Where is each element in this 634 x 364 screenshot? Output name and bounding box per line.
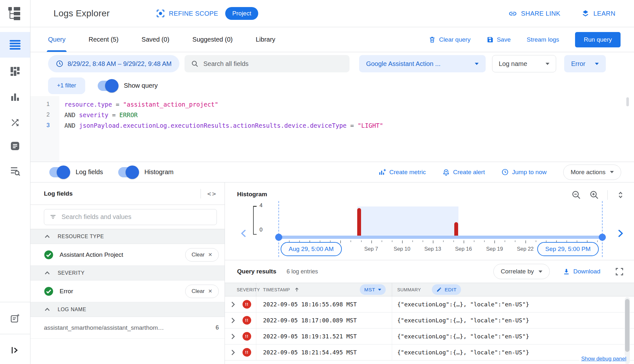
range-start-handle[interactable]	[275, 234, 282, 241]
section-header-log-name[interactable]: LOG NAME	[30, 302, 225, 317]
tab-query[interactable]: Query	[48, 27, 65, 52]
search-all-fields[interactable]	[185, 55, 350, 72]
log-entry-row[interactable]: !!2022-09-05 18:16:55.698 MST{"execution…	[225, 296, 634, 312]
open-side-panel-button[interactable]	[0, 341, 30, 359]
nav-log-storage[interactable]	[0, 137, 30, 155]
refine-scope-label: REFINE SCOPE	[169, 10, 218, 17]
show-debug-panel-link[interactable]: Show debug panel	[579, 356, 626, 362]
field-value-row[interactable]: ErrorClear✕	[30, 280, 225, 302]
section-header-resource-type[interactable]: RESOURCE TYPE	[30, 229, 225, 244]
bar-chart-icon	[10, 92, 20, 102]
log-fields-toggle[interactable]	[49, 166, 70, 179]
code-brackets-icon[interactable]: <>	[207, 190, 217, 198]
query-code-text[interactable]: AND jsonPayload.executionLog.executionRe…	[59, 122, 383, 129]
create-alert-button[interactable]: Create alert	[442, 168, 485, 176]
pan-left-icon[interactable]	[239, 229, 249, 238]
pan-right-icon[interactable]	[615, 229, 625, 238]
expand-chevron-icon[interactable]	[231, 301, 235, 308]
sort-ascending-icon[interactable]	[294, 287, 300, 293]
results-scrollbar[interactable]	[625, 297, 630, 364]
create-metric-label: Create metric	[389, 169, 426, 176]
histogram-selection[interactable]	[357, 206, 458, 237]
search-all-fields-input[interactable]	[203, 60, 343, 68]
time-range-picker[interactable]: 8/29/22, 8:48 AM – 9/29/22, 9:48 AM	[48, 55, 179, 72]
log-entry-row[interactable]: !!2022-09-05 18:21:54.495 MST{"execution…	[225, 344, 634, 360]
summary-label: SUMMARY	[397, 287, 421, 292]
clear-query-button[interactable]: Clear query	[429, 36, 470, 44]
section-header-severity[interactable]: SEVERITY	[30, 266, 225, 280]
log-entry-row[interactable]: !!2022-09-05 18:17:00.089 MST{"execution…	[225, 312, 634, 328]
correlate-by-button[interactable]: Correlate by	[493, 264, 550, 279]
field-value-row[interactable]: Assistant Action ProjectClear✕	[30, 244, 225, 266]
zoom-out-icon[interactable]	[572, 190, 581, 200]
tab-suggested[interactable]: Suggested (0)	[193, 27, 233, 52]
show-query-toggle[interactable]	[97, 79, 119, 93]
timeline-band[interactable]	[279, 236, 602, 239]
clear-filter-button[interactable]: Clear✕	[185, 248, 219, 262]
zoom-in-icon[interactable]	[589, 190, 599, 200]
histogram-toggle[interactable]	[118, 166, 139, 179]
field-value-row[interactable]: assistant_smarthome/assistant_smarthom…6	[30, 317, 225, 339]
axis-tick	[536, 240, 536, 242]
jump-to-now-label: Jump to now	[512, 169, 547, 176]
query-code-text[interactable]: resource.type = "assistant_action_projec…	[59, 101, 218, 108]
expand-chevron-icon[interactable]	[231, 349, 235, 356]
log-name-filter-dropdown[interactable]: Log name	[492, 55, 556, 72]
severity-filter-dropdown[interactable]: Error	[564, 55, 606, 72]
more-actions-button[interactable]: More actions	[563, 165, 621, 180]
download-button[interactable]: Download	[563, 268, 601, 275]
range-end-pill[interactable]: Sep 29, 5:00 PM	[537, 242, 599, 256]
column-severity[interactable]: SEVERITY	[225, 283, 256, 296]
fullscreen-icon[interactable]	[615, 267, 624, 276]
histogram-plot[interactable]	[279, 206, 602, 236]
range-start-pill[interactable]: Aug 29, 5:00 AM	[281, 242, 342, 256]
query-editor[interactable]: 1resource.type = "assistant_action_proje…	[30, 96, 634, 162]
tab-saved[interactable]: Saved (0)	[142, 27, 169, 52]
histogram-bar[interactable]	[454, 222, 458, 236]
stream-logs-button[interactable]: Stream logs	[527, 36, 559, 43]
share-link-button[interactable]: SHARE LINK	[508, 9, 560, 18]
log-timestamp: 2022-09-05 18:16:55.698 MST	[256, 296, 392, 312]
axis-tick	[361, 240, 362, 242]
query-code-text[interactable]: AND severity = ERROR	[59, 111, 138, 118]
additional-filter-chip[interactable]: +1 filter	[48, 77, 85, 94]
nav-log-analytics[interactable]	[0, 162, 30, 180]
log-entry-row[interactable]: !!2022-09-05 18:19:31.521 MST{"execution…	[225, 328, 634, 344]
create-metric-button[interactable]: Create metric	[378, 168, 426, 176]
unfold-more-icon[interactable]	[616, 190, 625, 199]
sidebar-divider	[0, 334, 30, 334]
jump-to-now-button[interactable]: Jump to now	[501, 168, 547, 176]
learn-button[interactable]: LEARN	[581, 10, 615, 18]
run-query-button[interactable]: Run query	[575, 32, 621, 47]
range-end-handle[interactable]	[599, 234, 606, 241]
nav-logs-router[interactable]	[0, 114, 30, 132]
cloud-logging-logo-icon[interactable]	[0, 4, 30, 22]
edit-summary-button[interactable]: EDIT	[432, 284, 461, 295]
query-editor-line[interactable]: 2AND severity = ERROR	[30, 109, 634, 120]
expand-chevron-icon[interactable]	[231, 317, 235, 324]
clear-filter-button[interactable]: Clear✕	[185, 285, 219, 298]
query-editor-line[interactable]: 1resource.type = "assistant_action_proje…	[30, 99, 634, 109]
resource-filter-dropdown[interactable]: Google Assistant Action ...	[359, 55, 486, 72]
check-circle-icon	[44, 250, 54, 260]
save-button[interactable]: Save	[487, 36, 511, 43]
editor-scrollbar[interactable]	[626, 97, 629, 106]
nav-logs-dashboard[interactable]	[0, 62, 30, 80]
nav-log-based-metrics[interactable]	[0, 88, 30, 106]
scrollbar-thumb[interactable]	[625, 299, 630, 352]
query-editor-line[interactable]: 3AND jsonPayload.executionLog.executionR…	[30, 120, 634, 131]
nav-whats-new[interactable]	[0, 309, 30, 327]
refine-scope-button[interactable]: REFINE SCOPE	[156, 9, 218, 18]
tab-recent[interactable]: Recent (5)	[88, 27, 118, 52]
tab-library[interactable]: Library	[256, 27, 275, 52]
nav-logs-explorer[interactable]	[0, 32, 30, 58]
column-timestamp[interactable]: TIMESTAMP MST	[256, 283, 392, 296]
expand-chevron-icon[interactable]	[231, 333, 235, 340]
histogram-bar[interactable]	[357, 208, 361, 236]
log-fields-search-input[interactable]	[62, 213, 211, 221]
timezone-selector[interactable]: MST	[360, 284, 386, 295]
column-summary[interactable]: SUMMARY EDIT	[392, 283, 634, 296]
log-fields-search[interactable]	[44, 209, 217, 225]
add-chart-icon	[378, 168, 386, 176]
scope-project-badge[interactable]: Project	[225, 7, 258, 20]
